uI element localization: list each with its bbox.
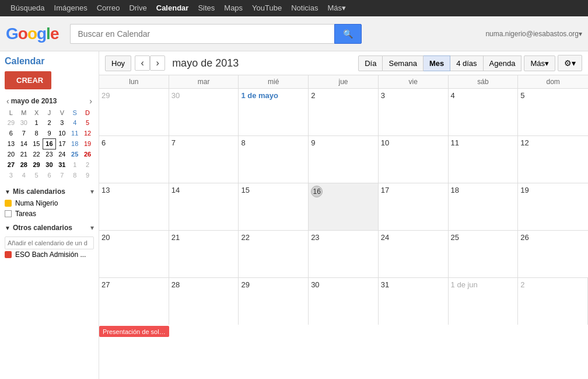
mini-day-cell[interactable]: 2	[81, 159, 94, 170]
view-mes[interactable]: Mes	[424, 55, 450, 71]
mini-day-cell[interactable]: 1	[68, 159, 81, 170]
mini-cal-prev[interactable]: ‹	[5, 96, 11, 106]
topbar-mas[interactable]: Más▾	[323, 0, 351, 16]
settings-button[interactable]: ⚙▾	[558, 55, 582, 71]
view-day[interactable]: Día	[358, 55, 383, 71]
mini-day-cell[interactable]: 20	[5, 149, 18, 159]
calendar-cell[interactable]: 24	[379, 231, 449, 277]
mini-day-cell[interactable]: 9	[43, 128, 56, 138]
mini-day-cell[interactable]: 29	[30, 159, 43, 170]
calendar-cell[interactable]: 12	[518, 136, 588, 183]
mini-day-cell[interactable]: 9	[81, 170, 94, 180]
calendar-cell[interactable]: 16	[309, 183, 379, 230]
calendar-cell[interactable]: 6	[99, 136, 169, 183]
mini-day-cell[interactable]: 1	[30, 117, 43, 128]
calendar-cell[interactable]: 10	[379, 136, 449, 183]
calendar-cell[interactable]: 13	[99, 183, 169, 230]
other-calendar-item[interactable]: ESO Bach Admisión ...	[5, 249, 94, 260]
other-calendars-section[interactable]: ▼ Otros calendarios ▾	[5, 224, 94, 232]
calendar-cell[interactable]: 29	[99, 89, 169, 135]
calendar-cell[interactable]: 8	[239, 136, 309, 183]
search-input[interactable]	[70, 24, 334, 44]
calendar-cell[interactable]: 5	[518, 89, 588, 135]
mini-day-cell[interactable]: 31	[55, 159, 68, 170]
calendar-cell[interactable]: 25	[449, 231, 519, 277]
mini-day-cell[interactable]: 21	[18, 149, 30, 159]
calendar-checkbox[interactable]	[5, 210, 12, 217]
user-email[interactable]: numa.nigerio@iesabastos.org▾	[485, 30, 582, 38]
calendar-cell[interactable]: 2	[309, 89, 379, 135]
calendar-cell[interactable]: 11	[449, 136, 519, 183]
mini-day-cell[interactable]: 7	[55, 170, 68, 180]
more-views-button[interactable]: Más▾	[524, 55, 555, 71]
mini-day-cell[interactable]: 22	[30, 149, 43, 159]
mini-day-cell[interactable]: 8	[30, 128, 43, 138]
mini-day-cell[interactable]: 25	[68, 149, 81, 159]
topbar-calendar[interactable]: Calendar	[152, 0, 194, 16]
mini-day-cell[interactable]: 29	[5, 117, 18, 128]
calendar-cell[interactable]: 4	[449, 89, 519, 135]
mini-day-cell[interactable]: 16	[43, 138, 56, 149]
mini-day-cell[interactable]: 5	[30, 170, 43, 180]
mini-day-cell[interactable]: 15	[30, 138, 43, 149]
mini-day-cell[interactable]: 30	[18, 117, 30, 128]
calendar-cell[interactable]: 31	[379, 278, 449, 325]
search-button[interactable]: 🔍	[334, 24, 362, 44]
calendar-cell[interactable]: 27	[99, 278, 169, 325]
calendar-cell[interactable]: 22	[239, 231, 309, 277]
add-other-calendar-input[interactable]	[5, 237, 94, 249]
calendar-cell[interactable]: 20	[99, 231, 169, 277]
calendar-cell[interactable]: 3	[379, 89, 449, 135]
calendar-cell[interactable]: 30	[309, 278, 379, 325]
mini-day-cell[interactable]: 6	[43, 170, 56, 180]
calendar-cell[interactable]: 14	[169, 183, 239, 230]
mini-day-cell[interactable]: 8	[68, 170, 81, 180]
view-4dias[interactable]: 4 días	[450, 55, 483, 71]
topbar-maps[interactable]: Maps	[219, 0, 247, 16]
my-calendar-item[interactable]: Tareas	[5, 208, 94, 219]
calendar-cell[interactable]: 15	[239, 183, 309, 230]
calendar-cell[interactable]: 21	[169, 231, 239, 277]
mini-day-cell[interactable]: 3	[5, 170, 18, 180]
topbar-noticias[interactable]: Noticias	[286, 0, 323, 16]
mini-day-cell[interactable]: 23	[43, 149, 56, 159]
prev-month-button[interactable]: ‹	[135, 55, 150, 71]
week-event-bar[interactable]: Presentación de solicitudes Admisión y m…	[99, 326, 169, 337]
calendar-cell[interactable]: 7	[169, 136, 239, 183]
mini-day-cell[interactable]: 12	[81, 128, 94, 138]
mini-day-cell[interactable]: 5	[81, 117, 94, 128]
mini-day-cell[interactable]: 27	[5, 159, 18, 170]
mini-cal-next[interactable]: ›	[88, 96, 94, 106]
calendar-cell[interactable]: 18	[449, 183, 519, 230]
my-calendar-item[interactable]: Numa Nigerio	[5, 198, 94, 208]
mini-day-cell[interactable]: 17	[55, 138, 68, 149]
mini-day-cell[interactable]: 11	[68, 128, 81, 138]
mini-day-cell[interactable]: 3	[55, 117, 68, 128]
topbar-correo[interactable]: Correo	[92, 0, 125, 16]
calendar-cell[interactable]: 30	[169, 89, 239, 135]
mini-day-cell[interactable]: 6	[5, 128, 18, 138]
calendar-cell[interactable]: 9	[309, 136, 379, 183]
calendar-cell[interactable]: 2	[518, 278, 588, 325]
calendar-cell[interactable]: 1 de mayo	[239, 89, 309, 135]
topbar-imagenes[interactable]: Imágenes	[50, 0, 92, 16]
topbar-drive[interactable]: Drive	[124, 0, 151, 16]
other-calendars-dropdown[interactable]: ▾	[90, 224, 94, 232]
mini-day-cell[interactable]: 14	[18, 138, 30, 149]
calendar-cell[interactable]: 29	[239, 278, 309, 325]
calendar-cell[interactable]: 26	[518, 231, 588, 277]
mini-day-cell[interactable]: 19	[81, 138, 94, 149]
mini-day-cell[interactable]: 13	[5, 138, 18, 149]
mini-day-cell[interactable]: 28	[18, 159, 30, 170]
mini-day-cell[interactable]: 4	[18, 170, 30, 180]
calendar-cell[interactable]: 1 de jun	[449, 278, 519, 325]
mini-day-cell[interactable]: 26	[81, 149, 94, 159]
next-month-button[interactable]: ›	[150, 55, 165, 71]
mini-day-cell[interactable]: 24	[55, 149, 68, 159]
topbar-youtube[interactable]: YouTube	[247, 0, 286, 16]
today-button[interactable]: Hoy	[105, 55, 131, 71]
view-semana[interactable]: Semana	[383, 55, 423, 71]
mini-day-cell[interactable]: 30	[43, 159, 56, 170]
topbar-busqueda[interactable]: Búsqueda	[6, 0, 50, 16]
calendar-cell[interactable]: 17	[379, 183, 449, 230]
